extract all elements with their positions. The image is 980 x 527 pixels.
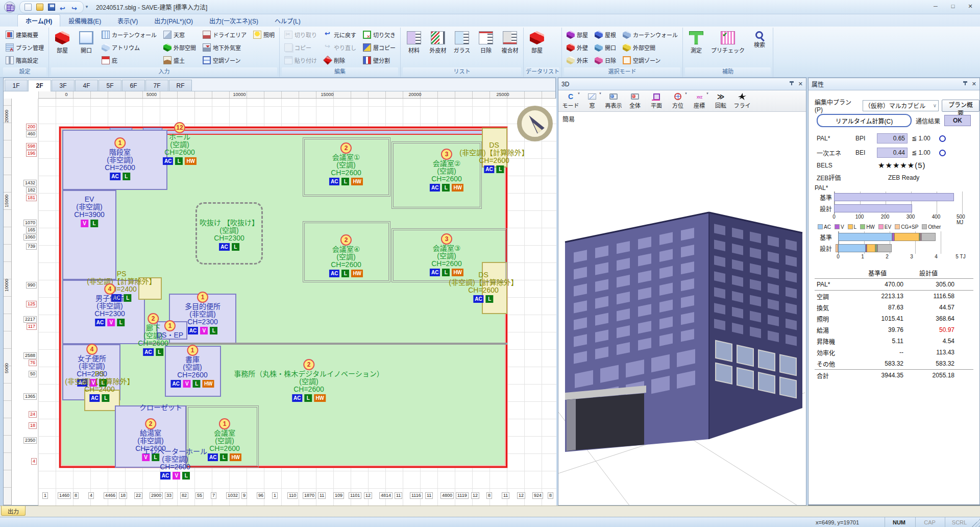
ribbon-button-部屋[interactable]: 部屋 [564, 29, 591, 41]
view3d-tool-平面[interactable]: 平面 [646, 91, 667, 110]
ribbon-tab-1[interactable]: ホーム(H) [17, 14, 60, 27]
pin-icon[interactable] [789, 81, 794, 87]
ribbon-button-建築概要[interactable]: 建築概要 [3, 29, 46, 41]
realtime-calc-button[interactable]: リアルタイム計算(C) [817, 114, 912, 127]
ribbon-button-カーテンウォール[interactable]: カーテンウォール [99, 29, 159, 41]
dimension-value: 2900 [150, 492, 163, 499]
ribbon-button-元に戻す[interactable]: 元に戻す [321, 29, 359, 41]
ribbon-button-壁分割[interactable]: 壁分割 [360, 54, 398, 66]
view3d-tool-再表示[interactable]: 再表示 [603, 91, 624, 110]
floor-tab-1F[interactable]: 1F [5, 80, 28, 91]
ribbon-tab-2[interactable]: 設備機器(E) [60, 14, 109, 27]
ribbon-button-庇[interactable]: 庇 [99, 54, 159, 66]
close-icon[interactable]: ✕ [972, 81, 976, 87]
dimension-value: 11 [395, 492, 402, 499]
close-icon[interactable]: ✕ [798, 81, 803, 87]
chart-bar [834, 204, 912, 212]
ribbon-button-部屋[interactable]: 部屋 [526, 29, 548, 55]
maximize-button[interactable]: □ [944, 1, 962, 12]
ribbon-button-プリチェック[interactable]: プリチェック [709, 29, 747, 55]
ribbon-button-地下外気室[interactable]: 地下外気室 [200, 41, 249, 54]
floor-plan-canvas[interactable]: 1146084446618222900338255710329961110187… [38, 99, 556, 506]
output-tab[interactable]: 出力 [1, 506, 26, 516]
ribbon-button-やり直し[interactable]: やり直し [321, 41, 359, 54]
view3d-tool-フライ[interactable]: フライ [732, 91, 752, 110]
floor-tab-2F[interactable]: 2F [28, 80, 51, 91]
floor-tab-7F[interactable]: 7F [145, 80, 168, 91]
ribbon-button-開口[interactable]: 開口 [592, 41, 619, 54]
ribbon-button-切り取り[interactable]: 切り取り [282, 29, 320, 41]
ribbon-button-外壁[interactable]: 外壁 [564, 41, 591, 54]
new-document-button[interactable] [23, 2, 33, 12]
ribbon-button-空調ゾーン[interactable]: 空調ゾーン [620, 54, 680, 66]
ribbon-button-ドライエリア[interactable]: ドライエリア [200, 29, 249, 41]
ribbon-button-プラン管理[interactable]: プラン管理 [3, 41, 46, 54]
minimize-button[interactable]: ─ [927, 1, 944, 12]
equipment-badges: ACLHW [329, 178, 363, 185]
ribbon-button-屋根[interactable]: 屋根 [592, 29, 619, 41]
ribbon-button-切り欠き[interactable]: 切り欠き [360, 29, 398, 41]
undo-icon [60, 4, 67, 11]
ribbon-button-材料[interactable]: 材料 [403, 29, 425, 55]
ribbon-button-label: 測定 [691, 46, 702, 54]
floor-tab-6F[interactable]: 6F [122, 80, 145, 91]
room-label: クローゼット [139, 404, 182, 412]
ribbon-tab-5[interactable]: 出力(一次エネ)(S) [201, 14, 266, 27]
ribbon-tab-6[interactable]: ヘルプ(L) [266, 14, 309, 27]
ribbon-group-補助: 測定プリチェック検索補助 [683, 28, 773, 77]
redo-button[interactable] [70, 2, 80, 12]
save-button[interactable] [46, 2, 57, 12]
ribbon-button-測定[interactable]: 測定 [685, 29, 707, 55]
view3d-viewport[interactable]: 簡易 [558, 113, 806, 505]
floor-tab-5F[interactable]: 5F [99, 80, 121, 91]
open-folder-button[interactable] [35, 2, 45, 12]
floor-tab-RF[interactable]: RF [169, 80, 192, 91]
room-label-line: DS [489, 141, 499, 149]
ribbon-button-階高設定[interactable]: 階高設定 [3, 54, 46, 66]
view3d-tool-方位[interactable]: ▼方位 [668, 91, 688, 110]
app-menu-button[interactable] [0, 0, 19, 14]
ribbon-button-外床[interactable]: 外床 [564, 54, 591, 66]
floor-tab-4F[interactable]: 4F [75, 80, 98, 91]
qat-customize-icon[interactable]: ▼ [85, 5, 89, 9]
ribbon-button-部屋[interactable]: 部屋 [51, 29, 74, 55]
redo-icon [324, 43, 332, 52]
ribbon-button-空調ゾーン[interactable]: 空調ゾーン [200, 54, 249, 66]
view3d-tool-全体[interactable]: 全体 [625, 91, 645, 110]
floor-tab-3F[interactable]: 3F [52, 80, 75, 91]
ribbon-button-開口[interactable]: 開口 [75, 29, 97, 55]
view3d-tool-座標[interactable]: ▼座標 [689, 91, 709, 110]
ribbon-button-外部空間[interactable]: 外部空間 [161, 41, 199, 54]
room-label: DS(非空調)【計算除外】CH=2600ACL [459, 141, 528, 173]
ribbon-button-外部空間[interactable]: 外部空間 [620, 41, 680, 54]
dimension-value: 1116 [410, 492, 423, 499]
ribbon-button-盛土[interactable]: 盛土 [161, 54, 199, 66]
chart-category: 設計 [815, 204, 834, 213]
room-label: エレベーターホール(非空調)CH=2600ACVL [143, 448, 207, 480]
view3d-tool-回転[interactable]: 回転 [710, 91, 731, 110]
ribbon-button-日除[interactable]: 日除 [592, 54, 619, 66]
ribbon-button-検索[interactable]: 検索 [748, 29, 771, 50]
pin-icon[interactable] [963, 81, 968, 87]
ribbon-button-貼り付け[interactable]: 貼り付け [282, 54, 320, 66]
ribbon-button-日除[interactable]: 日除 [475, 29, 497, 55]
room-label-line: CH=2600 [177, 371, 208, 379]
ribbon-tab-3[interactable]: 表示(V) [109, 14, 146, 27]
ribbon-tab-4[interactable]: 出力(PAL*)(O) [146, 14, 201, 27]
ribbon-button-アトリウム[interactable]: アトリウム [99, 41, 159, 54]
ribbon-button-複合材[interactable]: 複合材 [499, 29, 521, 55]
ribbon-button-コピー[interactable]: コピー [282, 41, 320, 54]
undo-button[interactable] [58, 2, 68, 12]
plan-summary-button[interactable]: プラン概要 [942, 100, 979, 112]
ribbon-button-照明[interactable]: 照明 [251, 29, 277, 41]
ribbon-button-天窓[interactable]: 天窓 [161, 29, 199, 41]
view3d-tool-モード[interactable]: ▼モード [560, 91, 581, 110]
ribbon-button-削除[interactable]: 削除 [321, 54, 359, 66]
view3d-tool-窓[interactable]: ▼窓 [582, 91, 602, 110]
ribbon-button-外皮材[interactable]: 外皮材 [427, 29, 449, 55]
ribbon-button-層コピー[interactable]: 層コピー [360, 41, 398, 54]
close-button[interactable]: ✕ [962, 1, 979, 12]
plan-select[interactable]: （仮称）マルカブビル ∨ [863, 100, 939, 111]
ribbon-button-ガラス[interactable]: ガラス [451, 29, 473, 55]
ribbon-button-カーテンウォール[interactable]: カーテンウォール [620, 29, 680, 41]
